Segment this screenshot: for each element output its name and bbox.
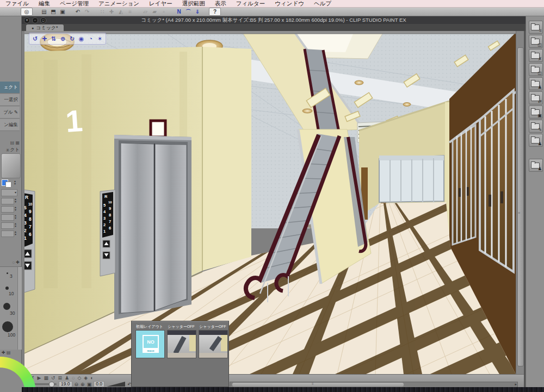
brush-size-dot[interactable] (2, 321, 13, 332)
transform-icon[interactable]: ⌗ (126, 8, 134, 15)
undo-icon[interactable]: ↶ (74, 8, 82, 15)
fit-view-icon[interactable]: ▣ (87, 382, 92, 387)
cube-view-icon[interactable]: ◇ (77, 375, 81, 381)
property-footer-icons[interactable]: ◌ ✚ (12, 260, 20, 265)
svg-text:R: R (104, 194, 108, 199)
property-stepper-5[interactable]: ▴▾ (15, 231, 16, 236)
menu-filter[interactable]: フィルター (236, 0, 265, 8)
reset-view-icon[interactable]: ✶ (96, 34, 104, 43)
subtool-tab-sample[interactable]: ブル ✎ (0, 107, 20, 119)
camera-rotate-icon[interactable]: ↺ (31, 34, 39, 43)
property-dropdown[interactable]: ▾ (1, 189, 17, 196)
svg-text:1: 1 (103, 229, 106, 234)
property-stepper-4[interactable]: ▴▾ (15, 222, 16, 228)
object-scale-icon[interactable]: ◉ (77, 34, 85, 43)
menu-window[interactable]: ウィンドウ (275, 0, 304, 8)
subtool-tab-layer-select[interactable]: 一選択 (0, 94, 20, 106)
menu-animation[interactable]: アニメーション (98, 0, 139, 8)
property-field-2[interactable] (1, 206, 14, 213)
property-stepper-3[interactable]: ▴▾ (15, 214, 16, 220)
3d-scene[interactable]: 1 R 10 9 8 7 6 5 4 3 2 1 (22, 31, 524, 374)
rotate-reset-icon[interactable]: ↺ (51, 375, 55, 381)
hscroll-arrow-icon[interactable]: ▸ (515, 382, 517, 387)
brush-palette-buttons[interactable]: ✚ ▤ (2, 350, 10, 355)
redo-icon[interactable]: ↷ (83, 8, 91, 15)
menu-page-manage[interactable]: ページ管理 (60, 0, 89, 8)
zoom-slider-knob[interactable] (49, 382, 54, 387)
sphere-view-icon[interactable]: ◐ (90, 375, 93, 381)
sub-color-chip[interactable] (5, 182, 11, 188)
layout-thumbnail-shutter-off-2[interactable] (199, 330, 228, 358)
brush-size-dot[interactable] (5, 287, 9, 290)
zoom-out-icon[interactable]: ⊖ (75, 382, 79, 387)
material-image-button[interactable]: ▣ (529, 105, 543, 119)
camera-dolly-icon[interactable]: ⇅ (50, 34, 58, 43)
mask-icon-2[interactable]: ▰ (151, 8, 158, 15)
color-stepper[interactable]: ▴▾ (14, 180, 16, 185)
subtool-tab-line-edit[interactable]: ン編集 (0, 119, 20, 131)
subtool-tab-object[interactable]: ェクト (0, 82, 20, 94)
select-dots-icon[interactable]: ∷ (98, 8, 106, 15)
open-file-icon[interactable]: ⬒ (50, 8, 57, 15)
brush-size-dot[interactable] (3, 303, 10, 310)
material-motion-button[interactable]: ⇄ (529, 91, 543, 104)
svg-text:2: 2 (103, 222, 106, 227)
snap-icon-3[interactable]: ⇓ (194, 8, 201, 15)
menu-layer[interactable]: レイヤー (149, 0, 172, 8)
layout-thumbnail-initial[interactable]: NO IMAGE (135, 330, 165, 358)
snap-icon-1[interactable]: N (175, 8, 183, 15)
object-move-icon[interactable]: ⊕ (59, 34, 67, 43)
menu-edit[interactable]: 編集 (39, 0, 50, 8)
help-button[interactable]: ? (209, 8, 221, 16)
new-file-icon[interactable]: ▤ (40, 8, 48, 15)
canvas-area[interactable]: 1 R 10 9 8 7 6 5 4 3 2 1 (22, 31, 524, 374)
material-pose-button[interactable]: ♟ (529, 77, 543, 90)
move-icon[interactable]: ✚ (108, 8, 115, 15)
elevator-door (114, 135, 191, 320)
camera-angle-icon[interactable]: ◔ (86, 34, 95, 43)
layout-thumbnail-shutter-off-1[interactable] (167, 330, 196, 358)
brush-size-scrollbar[interactable] (17, 267, 22, 350)
save-file-icon[interactable]: ▣ (59, 8, 66, 15)
palette-action-icons[interactable]: ▤ ▦ (10, 140, 20, 145)
menu-view[interactable]: 表示 (215, 0, 226, 8)
crosshair-icon[interactable]: ⊞ (58, 375, 62, 381)
material-3d-scene-button[interactable]: ◫ (529, 63, 543, 76)
property-stepper-2[interactable]: ▴▾ (15, 206, 16, 211)
material-pen-button[interactable]: ✎ (529, 120, 543, 133)
material-body-button[interactable]: ♟ (529, 134, 543, 147)
material-delete-button[interactable]: ✗ (529, 49, 543, 62)
material-character-button[interactable]: ♟ (529, 159, 543, 172)
material-list-button[interactable]: ≡ (529, 21, 543, 34)
property-field-5[interactable] (1, 231, 14, 237)
cube-rotate-icon[interactable]: ◈ (84, 375, 88, 381)
property-field-4[interactable] (1, 222, 14, 229)
brush-size-dot[interactable] (7, 272, 8, 274)
document-tab[interactable]: ● コミック* (26, 24, 64, 31)
menu-selection[interactable]: 選択範囲 (182, 0, 205, 8)
material-3d-object-button[interactable]: ◫ (529, 35, 543, 48)
circle-select-icon[interactable]: ◌ (72, 375, 75, 381)
clip-studio-logo-button[interactable]: ◎ (21, 8, 33, 16)
property-field-3[interactable] (1, 214, 14, 221)
mask-icon-1[interactable]: ▱ (141, 8, 149, 15)
document-titlebar[interactable]: ✕ − ◻ コミック* (A4 297.00 x 210.00mm 製本サイズ:… (22, 16, 526, 24)
vscroll-handle[interactable] (517, 47, 524, 366)
page-next-icon[interactable]: ▶ (37, 375, 41, 381)
grid-toggle-icon[interactable]: ▦ (44, 375, 48, 381)
hscroll-handle[interactable] (232, 383, 404, 387)
property-stepper-1[interactable]: ▴▾ (15, 198, 16, 203)
canvas-vscrollbar[interactable]: ≡ (516, 31, 524, 374)
zoom-in-icon[interactable]: ⊕ (81, 382, 85, 387)
gradient-icon[interactable]: ◭ (117, 8, 125, 15)
menu-help[interactable]: ヘルプ (314, 0, 331, 8)
menu-file[interactable]: ファイル (5, 0, 29, 8)
camera-pan-icon[interactable]: ✚ (40, 34, 48, 43)
property-field-1[interactable] (1, 198, 14, 204)
mannequin-icon[interactable]: ♟ (65, 375, 69, 381)
rotate-wedge-slider[interactable] (107, 382, 125, 387)
snap-icon-2[interactable]: ⌒ (184, 8, 192, 15)
mask-icon-3[interactable]: ▫ (160, 8, 168, 15)
object-rotate-icon[interactable]: ↻ (68, 34, 76, 43)
material-palette-strip: ≡ ◫ ✗ ◫ ♟ ⇄ ▣ ✎ ♟ ♟ (526, 16, 544, 387)
